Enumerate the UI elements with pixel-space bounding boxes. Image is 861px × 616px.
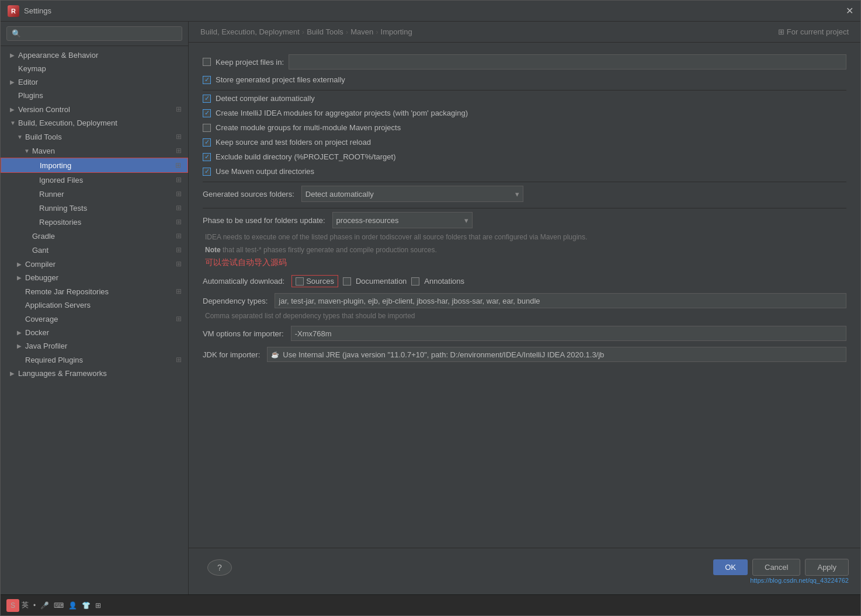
- settings-icon: ⊞: [174, 314, 183, 323]
- taskbar-item-mic[interactable]: 🎤: [40, 601, 49, 610]
- sidebar-item-label: Running Tests: [39, 204, 174, 213]
- documentation-checkbox[interactable]: [343, 277, 351, 286]
- settings-icon: ⊞: [174, 105, 183, 114]
- breadcrumb-sep: ›: [376, 27, 378, 36]
- create-module-groups-row: Create module groups for multi-module Ma…: [203, 123, 846, 132]
- jdk-icon: ☕: [271, 351, 279, 359]
- sidebar-item-label: Build, Execution, Deployment: [18, 119, 183, 127]
- sidebar-item-appearance[interactable]: ▶ Appearance & Behavior: [1, 48, 188, 62]
- exclude-build-label: Exclude build directory (%PROJECT_ROOT%/…: [216, 152, 395, 161]
- arrow-icon: ▶: [10, 106, 18, 113]
- sidebar-item-plugins[interactable]: Plugins: [1, 89, 188, 102]
- settings-icon: ⊞: [174, 175, 183, 185]
- sidebar-item-lang-frameworks[interactable]: ▶ Languages & Frameworks: [1, 367, 188, 380]
- taskbar-item-s[interactable]: S 英: [6, 599, 29, 612]
- window-title: Settings: [24, 6, 846, 15]
- user-icon: 👤: [68, 601, 77, 610]
- sidebar-item-build-tools[interactable]: ▼ Build Tools ⊞: [1, 130, 188, 144]
- sidebar-item-java-profiler[interactable]: ▶ Java Profiler: [1, 339, 188, 353]
- sources-label: Sources: [306, 277, 334, 286]
- taskbar-item-dot[interactable]: •: [33, 601, 36, 610]
- sources-checkbox[interactable]: [296, 277, 304, 286]
- auto-download-label: Automatically download:: [203, 277, 284, 286]
- sidebar-item-importing[interactable]: Importing ⊞: [1, 158, 188, 173]
- dep-types-label: Dependency types:: [203, 297, 268, 305]
- help-button[interactable]: ?: [207, 559, 232, 576]
- bottom-buttons: ? OK Cancel Apply: [189, 559, 860, 576]
- settings-content: Keep project files in: Store generated p…: [189, 43, 860, 548]
- sidebar-item-label: Version Control: [18, 105, 174, 114]
- taskbar-item-shirt[interactable]: 👕: [82, 601, 91, 610]
- close-button[interactable]: ✕: [846, 5, 853, 16]
- keep-project-input[interactable]: [289, 54, 846, 69]
- keep-source-checkbox[interactable]: [203, 138, 211, 147]
- search-input[interactable]: [6, 26, 182, 41]
- jdk-value[interactable]: ☕ Use Internal JRE (java version "11.0.7…: [267, 347, 846, 362]
- breadcrumb: Build, Execution, Deployment › Build Too…: [189, 22, 860, 43]
- annotations-label: Annotations: [424, 277, 464, 286]
- sidebar-item-repositories[interactable]: Repositories ⊞: [1, 215, 188, 229]
- bottom-bar: ? OK Cancel Apply https://blog.csdn.net/…: [189, 548, 860, 594]
- detect-compiler-checkbox[interactable]: [203, 95, 211, 103]
- breadcrumb-sep: ›: [346, 27, 348, 36]
- breadcrumb-sep: ›: [302, 27, 304, 36]
- annotations-checkbox[interactable]: [411, 277, 419, 286]
- use-maven-output-row: Use Maven output directories: [203, 167, 846, 176]
- store-generated-checkbox[interactable]: [203, 76, 211, 84]
- arrow-icon: ▼: [10, 120, 18, 126]
- settings-icon: ⊞: [174, 189, 183, 199]
- sidebar-item-coverage[interactable]: Coverage ⊞: [1, 312, 188, 326]
- create-intellij-label: Create IntelliJ IDEA modules for aggrega…: [216, 109, 468, 117]
- documentation-label: Documentation: [356, 277, 407, 286]
- exclude-build-checkbox[interactable]: [203, 153, 211, 161]
- sidebar-item-label: Java Profiler: [25, 342, 183, 350]
- keep-project-files-row: Keep project files in:: [203, 54, 846, 69]
- taskbar-item-grid[interactable]: ⊞: [95, 601, 101, 610]
- taskbar-item-keyboard[interactable]: ⌨: [54, 601, 64, 610]
- sidebar-item-remote-jar[interactable]: Remote Jar Repositories ⊞: [1, 284, 188, 298]
- apply-button[interactable]: Apply: [805, 559, 849, 576]
- keep-source-label: Keep source and test folders on project …: [216, 138, 371, 147]
- cancel-button[interactable]: Cancel: [752, 559, 800, 576]
- keep-project-checkbox[interactable]: [203, 58, 211, 66]
- sidebar-item-build-exec[interactable]: ▼ Build, Execution, Deployment: [1, 116, 188, 130]
- sidebar-item-ignored-files[interactable]: Ignored Files ⊞: [1, 173, 188, 187]
- sidebar-item-runner[interactable]: Runner ⊞: [1, 187, 188, 201]
- dep-types-input[interactable]: [275, 293, 846, 308]
- sidebar-item-debugger[interactable]: ▶ Debugger: [1, 271, 188, 284]
- dep-types-hint: Comma separated list of dependency types…: [203, 312, 846, 320]
- shirt-icon: 👕: [82, 601, 91, 610]
- ok-button[interactable]: OK: [713, 559, 748, 575]
- sidebar-item-label: Build Tools: [25, 133, 174, 141]
- sidebar-item-app-servers[interactable]: Application Servers: [1, 298, 188, 312]
- sidebar-item-label: Maven: [32, 147, 174, 155]
- create-module-groups-checkbox[interactable]: [203, 124, 211, 132]
- search-bar: [1, 22, 188, 46]
- settings-icon: ⊞: [174, 231, 183, 241]
- sidebar-item-editor[interactable]: ▶ Editor: [1, 75, 188, 89]
- settings-icon: ⊞: [173, 161, 183, 170]
- sidebar-item-compiler[interactable]: ▶ Compiler ⊞: [1, 257, 188, 271]
- sidebar-item-version-control[interactable]: ▶ Version Control ⊞: [1, 102, 188, 116]
- sidebar-item-maven[interactable]: ▼ Maven ⊞: [1, 144, 188, 158]
- taskbar-lang-label: 英: [22, 600, 29, 610]
- create-intellij-checkbox[interactable]: [203, 109, 211, 117]
- sidebar-item-gant[interactable]: Gant ⊞: [1, 243, 188, 257]
- jdk-label: JDK for importer:: [203, 350, 260, 359]
- sidebar-item-gradle[interactable]: Gradle ⊞: [1, 229, 188, 243]
- tree-container: ▶ Appearance & Behavior Keymap ▶ Editor …: [1, 46, 188, 594]
- vm-options-input[interactable]: [291, 326, 846, 341]
- sidebar-item-running-tests[interactable]: Running Tests ⊞: [1, 201, 188, 215]
- sidebar-item-keymap[interactable]: Keymap: [1, 62, 188, 75]
- sidebar-item-required-plugins[interactable]: Required Plugins ⊞: [1, 353, 188, 367]
- generated-sources-dropdown[interactable]: Detect automatically ▾: [301, 186, 523, 202]
- sidebar-item-docker[interactable]: ▶ Docker: [1, 326, 188, 339]
- use-maven-checkbox[interactable]: [203, 168, 211, 176]
- breadcrumb-item-2: Build Tools: [307, 27, 343, 36]
- taskbar-item-user[interactable]: 👤: [68, 601, 77, 610]
- sidebar: ▶ Appearance & Behavior Keymap ▶ Editor …: [1, 22, 189, 594]
- settings-icon: ⊞: [174, 132, 183, 141]
- main-content: ▶ Appearance & Behavior Keymap ▶ Editor …: [1, 22, 860, 594]
- phase-dropdown[interactable]: process-resources ▾: [332, 212, 473, 228]
- arrow-icon: ▶: [10, 52, 18, 58]
